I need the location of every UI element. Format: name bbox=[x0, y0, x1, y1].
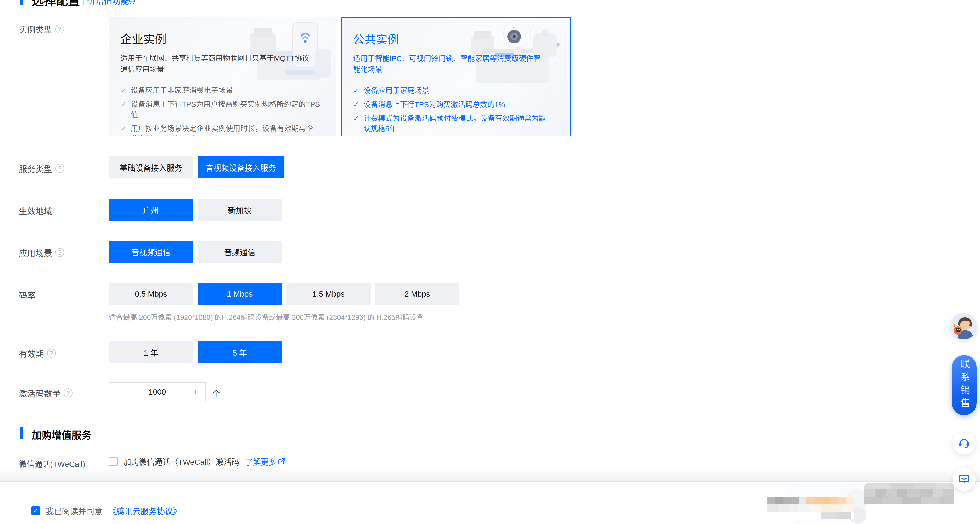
validity-option-1y[interactable]: 1 年 bbox=[109, 341, 193, 363]
twecall-control: 加购微信通话（TWeCall）激活码 了解更多 bbox=[109, 456, 285, 467]
bitrate-option-05[interactable]: 0.5 Mbps bbox=[109, 283, 193, 305]
instance-type-label: 实例类型 ? bbox=[19, 23, 64, 35]
blurred-detail-area bbox=[864, 483, 955, 504]
card-bullets: ✓ 设备应用于家庭场景 ✓ 设备消息上下行TPS为购买激活码总数的1% ✓ 计费… bbox=[353, 86, 559, 134]
promo-link[interactable]: 半价增值功能 bbox=[79, 0, 129, 6]
instance-card-public[interactable]: 公共实例 适用于智能IPC、可视门铃门锁、智能家居等消费级硬件智能化场景 ✓ 设… bbox=[341, 17, 571, 136]
purchase-footer-bar: ✓ 我已阅读并同意 《腾讯云服务协议》 立即购买 bbox=[0, 482, 980, 524]
card-bullet: ✓ 设备消息上下行TPS为购买激活码总数的1% bbox=[353, 100, 559, 110]
help-icon[interactable]: ? bbox=[64, 389, 73, 397]
contact-sales-label: 联系销售 bbox=[958, 359, 971, 411]
qty-unit: 个 bbox=[212, 387, 220, 399]
section-accent-bar bbox=[20, 427, 23, 438]
bitrate-option-2[interactable]: 2 Mbps bbox=[375, 283, 459, 305]
purchase-config-page: { "header": { "title": "选择配置", "promo_li… bbox=[0, 0, 980, 524]
instance-card-enterprise[interactable]: 企业实例 适用于车联网、共享租赁等商用物联网且只基于MQTT协议通信应用场景 ✓… bbox=[109, 17, 336, 136]
bitrate-options: 0.5 Mbps 1 Mbps 1.5 Mbps 2 Mbps bbox=[109, 283, 459, 305]
agreement-link[interactable]: 《腾讯云服务协议》 bbox=[108, 505, 181, 516]
card-bullets: ✓ 设备应用于非家庭消费电子场景 ✓ 设备消息上下行TPS为用户按需购买实例规格… bbox=[120, 86, 325, 136]
agreement-checkbox[interactable]: ✓ bbox=[31, 506, 40, 515]
sales-avatar[interactable] bbox=[950, 313, 977, 340]
qty-input[interactable]: 1000 bbox=[129, 383, 186, 401]
region-label: 生效地域 bbox=[19, 205, 52, 217]
service-type-option-basic[interactable]: 基础设备接入服务 bbox=[109, 156, 193, 178]
card-title: 公共实例 bbox=[353, 30, 559, 47]
validity-label: 有效期 ? bbox=[19, 347, 56, 359]
page-title: 选择配置 bbox=[32, 0, 80, 8]
card-title: 企业实例 bbox=[120, 30, 325, 47]
region-options: 广州 新加坡 bbox=[109, 199, 282, 221]
check-icon: ✓ bbox=[120, 86, 126, 96]
scenario-options: 音视频通信 音频通信 bbox=[109, 241, 282, 263]
card-bullet: ✓ 用户按业务场景决定企业实例使用时长，设备有效期与企业实例购买时长一致 bbox=[120, 124, 325, 136]
contact-sales-button[interactable]: 联系销售 bbox=[952, 355, 977, 415]
help-icon[interactable]: ? bbox=[56, 248, 64, 257]
check-icon: ✓ bbox=[353, 100, 359, 110]
card-bullet: ✓ 设备消息上下行TPS为用户按需购买实例规格所约定的TPS值 bbox=[120, 99, 325, 120]
chat-icon bbox=[958, 473, 970, 485]
card-desc: 适用于智能IPC、可视门铃门锁、智能家居等消费级硬件智能化场景 bbox=[353, 53, 547, 75]
qty-minus-button[interactable]: − bbox=[109, 383, 129, 401]
activation-qty-label: 激活码数量 ? bbox=[19, 387, 73, 399]
help-icon[interactable]: ? bbox=[56, 25, 64, 33]
external-link-icon bbox=[278, 458, 285, 465]
bitrate-hint: 适合最高 200万像素 (1920*1080) 的H.264编码设备或最高 30… bbox=[109, 312, 423, 322]
check-icon: ✓ bbox=[353, 113, 359, 124]
check-icon: ✓ bbox=[353, 86, 359, 96]
scenario-option-audio[interactable]: 音频通信 bbox=[198, 241, 282, 263]
service-type-options: 基础设备接入服务 音视频设备接入服务 bbox=[109, 156, 284, 178]
cart-icon[interactable] bbox=[126, 0, 137, 6]
card-bullet: ✓ 设备应用于家庭场景 bbox=[353, 86, 559, 96]
qty-plus-button[interactable]: + bbox=[186, 383, 205, 401]
region-option-guangzhou[interactable]: 广州 bbox=[109, 199, 193, 221]
scenario-option-av[interactable]: 音视频通信 bbox=[109, 241, 193, 263]
support-headset-button[interactable] bbox=[953, 432, 975, 454]
headset-icon bbox=[958, 437, 970, 449]
service-type-option-av[interactable]: 音视频设备接入服务 bbox=[198, 156, 284, 178]
twecall-checkbox-label: 加购微信通话（TWeCall）激活码 bbox=[123, 456, 239, 467]
content-bottom-shadow bbox=[0, 468, 980, 482]
agreement-row: ✓ 我已阅读并同意 《腾讯云服务协议》 bbox=[31, 505, 181, 516]
card-desc: 适用于车联网、共享租赁等商用物联网且只基于MQTT协议通信应用场景 bbox=[120, 53, 315, 75]
check-icon: ✓ bbox=[120, 99, 126, 110]
check-icon: ✓ bbox=[120, 124, 126, 134]
validity-option-5y[interactable]: 5 年 bbox=[198, 341, 282, 363]
card-bullet: ✓ 计费模式为设备激活码预付费模式，设备有效期通常为默认规格5年 bbox=[353, 113, 559, 134]
bitrate-option-15[interactable]: 1.5 Mbps bbox=[286, 283, 371, 305]
help-icon[interactable]: ? bbox=[56, 164, 64, 173]
help-icon[interactable]: ? bbox=[47, 349, 56, 358]
feedback-chat-button[interactable] bbox=[953, 468, 975, 491]
bitrate-label: 码率 bbox=[19, 289, 35, 301]
activation-qty-stepper: − 1000 + bbox=[109, 383, 205, 401]
addon-section-title: 加购增值服务 bbox=[32, 427, 91, 441]
card-bullet: ✓ 设备应用于非家庭消费电子场景 bbox=[120, 86, 325, 96]
twecall-checkbox[interactable] bbox=[109, 457, 118, 466]
learn-more-link[interactable]: 了解更多 bbox=[245, 456, 285, 467]
service-type-label: 服务类型 ? bbox=[19, 162, 64, 175]
bitrate-option-1[interactable]: 1 Mbps bbox=[198, 283, 282, 305]
blurred-price-area bbox=[767, 497, 854, 519]
validity-options: 1 年 5 年 bbox=[109, 341, 282, 363]
region-option-singapore[interactable]: 新加坡 bbox=[198, 199, 282, 221]
section-accent-bar bbox=[20, 0, 23, 5]
agreement-text: 我已阅读并同意 bbox=[46, 505, 102, 516]
scenario-label: 应用场景 ? bbox=[19, 246, 64, 259]
twecall-label: 微信通话(TWeCall) bbox=[19, 458, 85, 469]
